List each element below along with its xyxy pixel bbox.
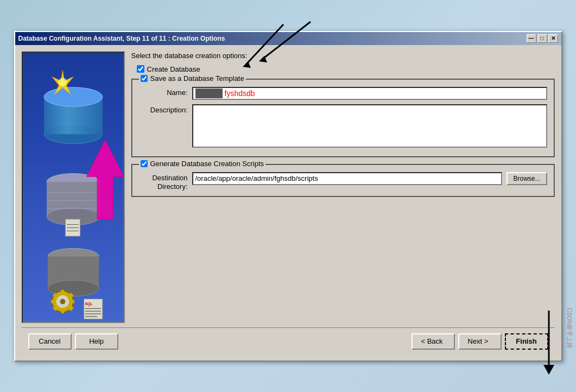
finish-button[interactable]: Finish	[505, 333, 548, 350]
window-title: Database Configuration Assistant, Step 1…	[18, 35, 225, 42]
close-button[interactable]: ✕	[548, 34, 558, 43]
create-database-row: Create Database	[137, 65, 555, 73]
generate-scripts-checkbox[interactable]	[141, 160, 148, 167]
maximize-button[interactable]: □	[537, 34, 547, 43]
save-template-checkbox[interactable]	[141, 75, 148, 82]
destination-label: DestinationDirectory:	[139, 172, 188, 192]
browse-button[interactable]: Browse...	[507, 172, 547, 185]
scripts-group: Generate Database Creation Scripts Desti…	[131, 164, 555, 198]
svg-rect-24	[61, 309, 64, 313]
cancel-button[interactable]: Cancel	[28, 333, 72, 350]
svg-rect-26	[70, 300, 74, 303]
right-panel: Select the database creation options:	[131, 52, 555, 323]
window-body: SQL	[15, 45, 561, 361]
destination-input[interactable]	[192, 172, 503, 185]
back-button[interactable]: < Back	[412, 333, 455, 350]
name-row: Name: fyshdsdb	[139, 87, 547, 100]
create-database-label: Create Database	[147, 65, 200, 73]
main-window: Database Configuration Assistant, Step 1…	[14, 31, 562, 362]
save-template-group: Save as a Database Template Name: fyshds…	[131, 79, 555, 157]
svg-text:SQL: SQL	[85, 302, 92, 306]
name-redacted-block	[195, 88, 223, 98]
description-input[interactable]	[192, 104, 547, 148]
bottom-left-buttons: Cancel Help	[28, 333, 118, 350]
svg-rect-25	[50, 300, 55, 303]
svg-point-22	[60, 299, 65, 304]
create-database-checkbox[interactable]	[137, 65, 144, 73]
title-bar: Database Configuration Assistant, Step 1…	[15, 32, 561, 45]
description-row: Description:	[139, 104, 547, 148]
svg-point-6	[58, 78, 67, 86]
scripts-title: Generate Database Creation Scripts	[139, 160, 266, 168]
title-bar-controls: — □ ✕	[527, 34, 558, 43]
svg-point-4	[44, 87, 103, 106]
save-template-title: Save as a Database Template	[139, 74, 246, 83]
help-button[interactable]: Help	[75, 333, 118, 350]
content-area: SQL	[22, 52, 555, 323]
description-label: Description:	[139, 104, 188, 114]
watermark: CSDN新手上路	[565, 308, 573, 349]
illustration-panel: SQL	[22, 52, 125, 323]
next-button[interactable]: Next >	[458, 333, 502, 350]
instruction-text: Select the database creation options:	[131, 52, 555, 60]
svg-marker-43	[543, 365, 554, 375]
bottom-right-buttons: < Back Next > Finish	[412, 333, 548, 350]
destination-row: DestinationDirectory: Browse...	[139, 172, 547, 192]
minimize-button[interactable]: —	[527, 34, 536, 43]
name-label: Name:	[139, 87, 188, 97]
svg-rect-23	[61, 289, 64, 294]
bottom-bar: Cancel Help < Back Next > Finish	[22, 327, 555, 354]
name-value: fyshdsdb	[225, 89, 255, 98]
